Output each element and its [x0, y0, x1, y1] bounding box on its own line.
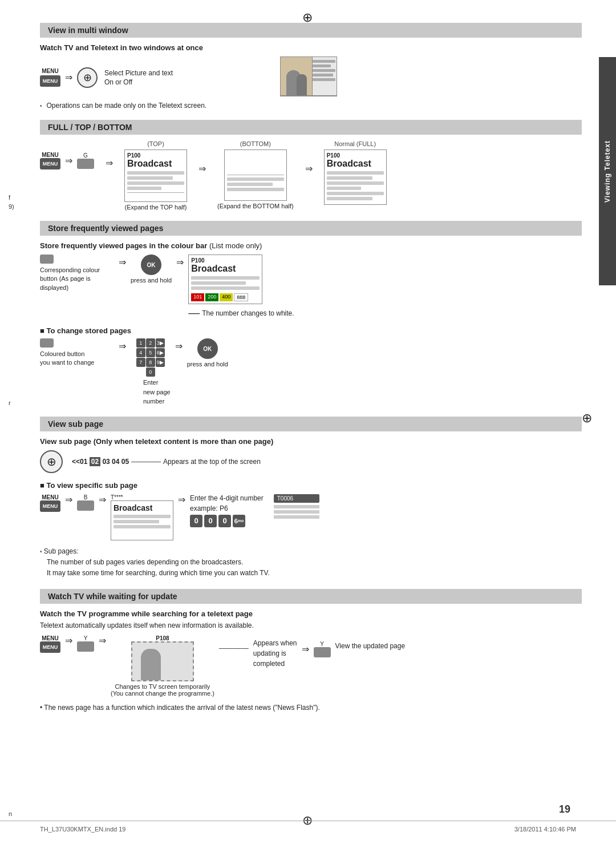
menu-key-2[interactable]: MENU [40, 158, 60, 169]
arrow-watch-1: ⇒ [65, 635, 72, 646]
enter-label: Enter [143, 378, 171, 387]
full-screen: P100 Broadcast [324, 150, 387, 205]
subsection-title-multi: Watch TV and Teletext in two windows at … [40, 43, 582, 52]
top-label: (TOP) [147, 140, 164, 147]
new-page-label: new page [143, 387, 171, 397]
broadcast-store: Broadcast [191, 264, 260, 274]
on-off-text: On or Off [104, 78, 173, 86]
key-6[interactable]: 6▶ [156, 348, 165, 357]
tv-teletext-image [280, 56, 337, 96]
key-1[interactable]: 1 [136, 338, 145, 348]
digit-0-1[interactable]: 0 [190, 515, 202, 527]
p108-screen [131, 641, 194, 681]
g-key[interactable] [77, 159, 94, 169]
key-2[interactable]: 2 [146, 338, 155, 348]
sub-pages-note2: The number of sub pages varies depending… [47, 557, 582, 568]
to-view-specific: ■ To view specific sub page [40, 481, 582, 490]
number-changes-text: The number changes to white. [202, 309, 294, 317]
digit-grid: 1 2 3▶ 4 5 6▶ 7 8 9▶ 0 [136, 338, 165, 377]
broadcast-full: Broadcast [327, 159, 384, 169]
section-full-top-bottom: FULL / TOP / BOTTOM MENU MENU ⇒ G ⇒ [40, 120, 582, 211]
page-number: 19 [559, 803, 570, 815]
key-7[interactable]: 7 [136, 358, 145, 367]
key-3[interactable]: 3▶ [156, 338, 165, 348]
arrow-change-1: ⇒ [119, 341, 126, 352]
bottom-screen-col: (BOTTOM) (Expand the BOTTOM half) [217, 140, 294, 209]
section-header-sub: View sub page [40, 417, 582, 431]
appears-top-screen: Appears at the top of the screen [163, 458, 261, 466]
change-stored-title: ■ To change stored pages [40, 326, 582, 335]
arrow-watch-2: ⇒ [99, 635, 106, 646]
arrow-sub-2: ⇒ [99, 494, 106, 505]
key-8[interactable]: 8 [146, 358, 155, 367]
sub-page-instruction: ⊕ <<01 02 03 04 05 ———— Appears at the t… [40, 450, 582, 473]
arrow-5: ⇒ [305, 163, 313, 174]
arrow-2: ⇒ [65, 155, 72, 166]
section-title-watch: Watch TV while waiting for update [48, 592, 177, 601]
arrow-change-2: ⇒ [175, 341, 183, 352]
arrow-store-1: ⇒ [119, 257, 126, 268]
bottom-screen [224, 150, 287, 201]
appears-when-text: Appears whenupdating iscompleted [253, 638, 297, 669]
auto-update-text: Teletext automatically updates itself wh… [40, 621, 582, 629]
enter-4digit-text: Enter the 4-digit number [190, 494, 264, 502]
t-label: T**** [111, 494, 173, 500]
footer: TH_L37U30KMTX_EN.indd 19 3/18/2011 4:10:… [0, 821, 616, 833]
news-flash-note: • The news page has a function which ind… [40, 704, 582, 712]
nav-btn-sub[interactable]: ⊕ [40, 450, 63, 473]
sub-page-subsection: View sub page (Only when teletext conten… [40, 437, 273, 446]
bottom-label: (BOTTOM) [240, 140, 271, 147]
top-screen: P100 Broadcast [124, 150, 187, 202]
sub-pages-note1: Sub pages: [44, 547, 79, 555]
arrow-watch-3: ⇒ [302, 644, 309, 655]
y-key-1[interactable] [77, 641, 94, 652]
section-header-watch: Watch TV while waiting for update [40, 589, 582, 604]
colour-button-grey[interactable] [40, 255, 54, 264]
store-broadcast-screen: P100 Broadcast 101 200 400 888 [188, 255, 262, 304]
g-label: G [83, 152, 88, 159]
key-5[interactable]: 5 [146, 348, 155, 357]
store-subsection: Store frequently viewed pages in the col… [40, 241, 207, 250]
menu-key-sub[interactable]: MENU [40, 500, 60, 512]
key-0[interactable]: 0 [146, 368, 155, 377]
footer-left: TH_L37U30KMTX_EN.indd 19 [40, 826, 125, 833]
section-title-sub: View sub page [48, 419, 103, 429]
digit-6[interactable]: 6mo [233, 515, 245, 527]
digit-0-3[interactable]: 0 [218, 515, 231, 527]
ok-btn-2[interactable]: OK [197, 338, 218, 359]
watch-tv-instruction: MENU MENU ⇒ Y ⇒ P108 Changes to TV scree… [40, 635, 582, 697]
changes-note: Changes to TV screen temporarily(You can… [111, 683, 214, 697]
arrow-3: ⇒ [106, 158, 113, 168]
b-key[interactable] [77, 500, 94, 511]
arrow-store-2: ⇒ [176, 257, 184, 268]
y-key-2[interactable] [314, 647, 331, 657]
press-hold-2: press and hold [187, 361, 228, 368]
subpage-indicator: <<01 02 03 04 05 [72, 458, 129, 466]
number-label: number [143, 397, 171, 406]
key-4[interactable]: 4 [136, 348, 145, 357]
ok-btn-1[interactable]: OK [141, 255, 161, 275]
nav-btn-1[interactable]: ⊕ [77, 67, 98, 88]
multi-window-instruction: MENU MENU ⇒ ⊕ Select Picture and text On… [40, 56, 582, 98]
p100-store: P100 [191, 257, 260, 264]
menu-label-watch: MENU [42, 635, 58, 641]
key-9[interactable]: 9▶ [156, 358, 165, 367]
section-title-store: Store frequently viewed pages [48, 224, 163, 233]
arrow-sub-1: ⇒ [65, 494, 72, 505]
b-label: B [84, 494, 88, 500]
normal-label: Normal (FULL) [334, 140, 376, 147]
section-header-store: Store frequently viewed pages [40, 221, 582, 236]
colour-button-change[interactable] [40, 338, 54, 348]
section-watch-tv-update: Watch TV while waiting for update Watch … [40, 589, 582, 712]
menu-key-1[interactable]: MENU [40, 75, 60, 87]
corresponding-text: Corresponding colourbutton (As page isdi… [40, 266, 114, 292]
menu-key-watch[interactable]: MENU [40, 641, 60, 653]
digit-0-2[interactable]: 0 [204, 515, 217, 527]
broadcast-sub: Broadcast [114, 503, 171, 512]
press-hold-1: press and hold [131, 277, 172, 284]
specific-sub-instruction: MENU MENU ⇒ B ⇒ T**** Broadcast [40, 494, 582, 540]
menu-label-sub: MENU [42, 494, 58, 500]
digit-display-0006: 0 0 0 6mo [190, 515, 264, 527]
select-text: Select Picture and text [104, 69, 173, 77]
arrow-1: ⇒ [65, 72, 72, 83]
